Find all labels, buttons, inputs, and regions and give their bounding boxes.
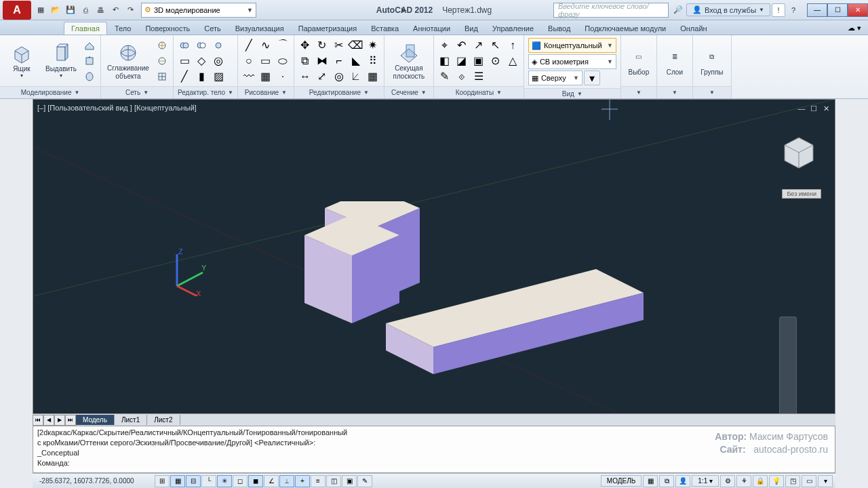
maximize-button[interactable]: ☐: [827, 3, 848, 17]
qat-print-icon[interactable]: 🖶: [94, 3, 107, 17]
sb-iso-icon[interactable]: ◳: [785, 475, 800, 487]
command-line[interactable]: [2dкаркас/Каркас/Скрытие/Реалистичный/КО…: [33, 426, 835, 473]
panel-title-coords[interactable]: Координаты▼: [434, 86, 524, 98]
tab-annotate[interactable]: Аннотации: [406, 22, 457, 35]
region-icon[interactable]: ▦: [258, 69, 274, 84]
panel-title-section[interactable]: Сечение▼: [384, 86, 433, 98]
viewcube[interactable]: [779, 134, 818, 173]
coordinates-readout[interactable]: -285.6372, 16073.7726, 0.0000: [33, 477, 155, 485]
mesh-less-icon[interactable]: [154, 54, 170, 68]
panel-title-mesh[interactable]: Сеть▼: [101, 86, 173, 98]
qat-undo-icon[interactable]: ↶: [108, 3, 122, 17]
mesh-refine-icon[interactable]: [154, 69, 170, 84]
ucs-named-icon[interactable]: ✎: [437, 69, 453, 84]
subtract-icon[interactable]: [193, 38, 210, 53]
tab-first-icon[interactable]: ⏮: [33, 415, 43, 426]
viewport[interactable]: [–] [Пользовательский вид ] [Концептуаль…: [33, 99, 835, 420]
ucs-x-icon[interactable]: ↗: [471, 38, 487, 53]
ellipse-icon[interactable]: ⬭: [275, 54, 291, 68]
layers-button[interactable]: ≣Слои: [660, 37, 690, 85]
revolve-icon[interactable]: [81, 69, 98, 84]
tab-home[interactable]: Главная: [64, 22, 107, 35]
erase-icon[interactable]: ⌫: [348, 38, 364, 53]
visual-style-dropdown[interactable]: 🟦 Концептуальный ▼: [528, 38, 616, 53]
help-icon[interactable]: ?: [787, 3, 800, 17]
sb-osnap-icon[interactable]: ◻: [233, 475, 248, 487]
extrude-button[interactable]: Выдавить▾: [42, 37, 80, 85]
tab-prev-icon[interactable]: ◀: [43, 415, 54, 426]
panel-title-modeling[interactable]: Моделирование▼: [0, 86, 100, 98]
point-icon[interactable]: ·: [275, 69, 291, 84]
union-icon[interactable]: [176, 38, 193, 53]
ucs-man-icon[interactable]: ☰: [471, 69, 487, 84]
sb-qv-icon[interactable]: ⧉: [659, 475, 674, 487]
ucs-view-icon[interactable]: ▣: [471, 54, 487, 68]
sb-ducs-icon[interactable]: ⟂: [279, 475, 294, 487]
arc-icon[interactable]: ⌒: [275, 38, 291, 53]
polysolid-icon[interactable]: [81, 38, 98, 53]
tab-manage[interactable]: Управление: [486, 22, 540, 35]
view-top-dropdown[interactable]: ▦ Сверху ▼: [528, 70, 583, 85]
annotation-scale[interactable]: 1:1 ▾: [692, 475, 719, 487]
ucs-obj-icon[interactable]: ◪: [454, 54, 470, 68]
sb-otrack-icon[interactable]: ∠: [264, 475, 279, 487]
spline-icon[interactable]: 〰: [241, 69, 257, 84]
close-button[interactable]: ✕: [848, 3, 868, 17]
sb-clean-icon[interactable]: ▭: [802, 475, 816, 487]
extrude-face-icon[interactable]: ▭: [176, 54, 193, 68]
tab-insert[interactable]: Вставка: [364, 22, 406, 35]
minimize-button[interactable]: —: [807, 3, 827, 17]
mirror-icon[interactable]: ⧓: [314, 54, 330, 68]
mesh-more-icon[interactable]: [154, 38, 170, 53]
tab-output[interactable]: Вывод: [541, 22, 577, 35]
tab-mesh[interactable]: Сеть: [197, 22, 227, 35]
tab-next-icon[interactable]: ▶: [54, 415, 65, 426]
tab-view[interactable]: Вид: [458, 22, 485, 35]
arrayrect-icon[interactable]: ▦: [365, 69, 381, 84]
app-menu-button[interactable]: A: [3, 1, 31, 20]
qat-new-icon[interactable]: ▦: [34, 3, 47, 17]
section-plane-button[interactable]: Секущая плоскость: [387, 37, 431, 85]
viewcube-label[interactable]: Без имени: [782, 189, 821, 199]
sb-grid2-icon[interactable]: ▦: [643, 475, 658, 487]
circle-icon[interactable]: ○: [241, 54, 257, 68]
tab-model[interactable]: Модель: [76, 415, 115, 425]
ucs-face-icon[interactable]: ◧: [437, 54, 453, 68]
taper-face-icon[interactable]: ◇: [193, 54, 210, 68]
sb-tpy-icon[interactable]: ◫: [326, 475, 341, 487]
ucs-3p-icon[interactable]: △: [505, 54, 521, 68]
sb-infer-icon[interactable]: ⊞: [155, 475, 170, 487]
panel-title-modify[interactable]: Редактирование▼: [294, 86, 384, 98]
slice-icon[interactable]: ╱: [176, 69, 193, 84]
sb-custom-icon[interactable]: ▾: [818, 475, 833, 487]
panel-title-view[interactable]: Вид▼: [524, 88, 620, 98]
groups-button[interactable]: ⧉Группы: [696, 37, 728, 85]
ucs-origin-icon[interactable]: ⊙: [488, 54, 504, 68]
explode-icon[interactable]: ✷: [365, 38, 381, 53]
ucs-prev-icon[interactable]: ↶: [454, 38, 470, 53]
signin-button[interactable]: 👤 Вход в службы ▼: [686, 3, 770, 16]
tab-online[interactable]: Онлайн: [673, 22, 713, 35]
sb-grid-icon[interactable]: ⊟: [186, 475, 201, 487]
view-manager-icon[interactable]: ▾: [584, 70, 600, 85]
sb-qp-icon[interactable]: ▣: [342, 475, 357, 487]
tab-plugins[interactable]: Подключаемые модули: [578, 22, 673, 35]
search-input[interactable]: Введите ключевое слово/фразу: [553, 3, 669, 18]
line-icon[interactable]: ╱: [241, 38, 257, 53]
ucs-z-icon[interactable]: ↑: [505, 38, 521, 53]
presspull-icon[interactable]: [81, 54, 98, 68]
tab-last-icon[interactable]: ⏭: [65, 415, 76, 426]
tab-surface[interactable]: Поверхность: [138, 22, 197, 35]
qat-saveas-icon[interactable]: ⎙: [79, 3, 92, 17]
sb-ws-icon[interactable]: ⚘: [736, 475, 751, 487]
select-button[interactable]: ▭Выбор: [624, 37, 654, 85]
ribbon-min-icon[interactable]: ☁ ▾: [841, 22, 868, 35]
sb-annoscale-icon[interactable]: ⚙: [720, 475, 735, 487]
trim-icon[interactable]: ✂: [331, 38, 347, 53]
sb-dyn-icon[interactable]: +: [295, 475, 310, 487]
move-icon[interactable]: ✥: [297, 38, 313, 53]
sb-hw-icon[interactable]: 💡: [769, 475, 784, 487]
intersect-icon[interactable]: [210, 38, 226, 53]
imprint-icon[interactable]: ▨: [210, 69, 226, 84]
sb-lock-icon[interactable]: 🔒: [753, 475, 768, 487]
